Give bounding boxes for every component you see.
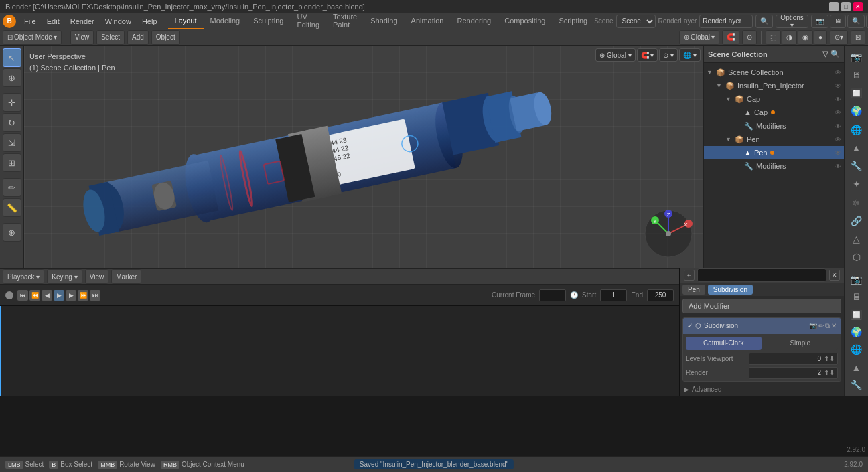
render-props-icon[interactable]: 📷 — [847, 48, 866, 65]
transform-selector[interactable]: ⊕ Global ▾ — [679, 30, 719, 45]
snap-button[interactable]: 🧲 — [722, 30, 739, 45]
output-props-icon[interactable]: 🖥 — [847, 66, 866, 83]
move-tool[interactable]: ✛ — [3, 93, 21, 112]
viewport[interactable]: 60 44 28 60 44 22 70 46 22 78 80 — [24, 46, 703, 268]
visibility-icon[interactable]: 👁 — [835, 96, 841, 103]
vp-camera-icon[interactable]: 📷 — [811, 15, 828, 28]
mod-duplicate-icon[interactable]: ⧉ — [825, 322, 830, 330]
viewport-overlay-btn[interactable]: ⊙ ▾ — [659, 48, 678, 62]
modifier-panel-close-btn[interactable]: ✕ — [829, 270, 840, 281]
menu-render[interactable]: Render — [65, 13, 100, 29]
bp-output-icon[interactable]: 🖥 — [847, 289, 866, 305]
viewport-transform-btn[interactable]: ⊕ Global ▾ — [595, 48, 635, 62]
annotate-tool[interactable]: ✏ — [3, 178, 21, 197]
timeline-ruler[interactable]: 1 10 20 30 40 50 60 70 80 90 100 110 120… — [0, 306, 679, 396]
end-frame-input[interactable] — [647, 289, 674, 301]
tree-pen-obj[interactable]: ▲ Pen 👁 — [704, 146, 844, 159]
world-props-icon[interactable]: 🌐 — [847, 121, 866, 138]
proportional-button[interactable]: ⊙ — [742, 30, 757, 45]
tree-pen-modifiers[interactable]: 🔧 Modifiers 👁 — [704, 159, 844, 173]
tree-pen-group[interactable]: ▼ 📦 Pen 👁 — [704, 133, 844, 146]
view-menu-tl[interactable]: View — [85, 269, 109, 284]
tab-pen-mod[interactable]: Pen — [682, 285, 705, 295]
visibility-icon[interactable]: 👁 — [835, 136, 841, 143]
next-frame-btn[interactable]: ▶ — [66, 290, 76, 301]
visibility-icon[interactable]: 👁 — [835, 109, 841, 116]
transform-tool[interactable]: ⊞ — [3, 153, 21, 172]
tab-subdivision-mod[interactable]: Subdivision — [708, 285, 753, 295]
add-menu[interactable]: Add — [127, 30, 149, 45]
jump-start-btn[interactable]: ⏮ — [17, 290, 28, 301]
tab-compositing[interactable]: Compositing — [498, 13, 552, 29]
levels-viewport-value[interactable]: 0 ⬆⬇ — [749, 353, 838, 365]
constraints-icon[interactable]: 🔗 — [847, 212, 866, 229]
current-frame-input[interactable]: 1 — [539, 289, 566, 301]
tab-texture-paint[interactable]: Texture Paint — [326, 13, 364, 29]
select-menu[interactable]: Select — [96, 30, 125, 45]
add-modifier-btn[interactable]: Add Modifier — [682, 299, 841, 313]
prev-frame-btn[interactable]: ◀ — [42, 290, 52, 301]
render-value[interactable]: 2 ⬆⬇ — [749, 367, 838, 379]
bp-view-icon[interactable]: 🔲 — [847, 307, 866, 323]
maximize-button[interactable]: □ — [841, 2, 851, 11]
bp-world-icon[interactable]: 🌐 — [847, 341, 866, 358]
scale-tool[interactable]: ⇲ — [3, 133, 21, 152]
wireframe-btn[interactable]: ⬚ — [766, 30, 781, 45]
play-btn[interactable]: ▶ — [54, 290, 64, 301]
tree-cap-group[interactable]: ▼ 📦 Cap 👁 — [704, 92, 844, 106]
data-icon[interactable]: △ — [847, 231, 866, 248]
bp-modifier-icon[interactable]: 🔧 — [847, 377, 866, 393]
particles-icon[interactable]: ✦ — [847, 176, 866, 193]
tree-insulin-pen[interactable]: ▼ 📦 Insulin_Pen_Injector 👁 — [704, 79, 844, 92]
jump-end-btn[interactable]: ⏭ — [90, 290, 100, 301]
menu-window[interactable]: Window — [100, 13, 137, 29]
mod-camera-icon[interactable]: 📷 — [809, 322, 817, 329]
scene-props-icon[interactable]: 🌍 — [847, 103, 866, 120]
vp-render-icon[interactable]: 🖥 — [830, 15, 846, 28]
visibility-icon[interactable]: 👁 — [835, 82, 841, 90]
tab-sculpting[interactable]: Sculpting — [246, 13, 290, 29]
tab-scripting[interactable]: Scripting — [552, 13, 594, 29]
xray-btn[interactable]: ⊠ — [851, 30, 865, 45]
next-keyframe-btn[interactable]: ⏩ — [78, 290, 88, 301]
menu-help[interactable]: Help — [137, 13, 163, 29]
tab-animation[interactable]: Animation — [405, 13, 451, 29]
viewport-snap-btn[interactable]: 🧲 ▾ — [637, 48, 658, 62]
visibility-icon[interactable]: 👁 — [835, 69, 841, 76]
mod-enable-toggle[interactable]: ✓ — [687, 322, 693, 329]
simple-btn[interactable]: Simple — [763, 337, 839, 350]
mode-selector[interactable]: ⊡ Object Mode ▾ — [3, 30, 62, 45]
marker-menu[interactable]: Marker — [111, 269, 141, 284]
tab-modeling[interactable]: Modeling — [204, 13, 247, 29]
optimal-display-checkbox[interactable]: ✓ — [686, 381, 695, 382]
rendered-btn[interactable]: ● — [814, 30, 827, 45]
select-tool[interactable]: ↖ — [3, 48, 21, 67]
minimize-button[interactable]: ─ — [829, 2, 839, 11]
material-btn[interactable]: ◉ — [798, 30, 813, 45]
measure-tool[interactable]: 📏 — [3, 198, 21, 217]
material-icon[interactable]: ⬡ — [847, 249, 866, 266]
start-frame-input[interactable] — [600, 289, 627, 301]
bp-render-icon[interactable]: 📷 — [847, 271, 866, 287]
view-menu[interactable]: View — [70, 30, 94, 45]
add-tool[interactable]: ⊕ — [3, 223, 21, 242]
modifier-panel-back-btn[interactable]: ← — [684, 270, 695, 281]
search-icon[interactable]: 🔍 — [830, 50, 840, 58]
view-layer-icon[interactable]: 🔲 — [847, 85, 866, 102]
prev-keyframe-btn[interactable]: ⏪ — [29, 290, 40, 301]
filter-icon[interactable]: ▽ — [822, 50, 828, 58]
catmull-clark-btn[interactable]: Catmull-Clark — [686, 337, 762, 350]
visibility-icon[interactable]: 👁 — [835, 149, 841, 157]
tree-scene-collection[interactable]: ▼ 📦 Scene Collection 👁 — [704, 66, 844, 79]
renderlayer-input[interactable] — [699, 15, 753, 28]
keying-menu[interactable]: Keying ▾ — [47, 269, 82, 284]
top-search-button[interactable]: 🔍 — [755, 15, 773, 28]
mod-edit-icon[interactable]: ✏ — [818, 322, 824, 329]
modifier-props-icon[interactable]: 🔧 — [847, 158, 866, 175]
visibility-icon[interactable]: 👁 — [835, 123, 841, 130]
playback-menu[interactable]: Playback ▾ — [3, 269, 44, 284]
tree-cap-modifiers[interactable]: 🔧 Modifiers 👁 — [704, 119, 844, 133]
object-props-icon[interactable]: ▲ — [847, 139, 866, 156]
bp-object-icon[interactable]: ▲ — [847, 359, 866, 375]
overlay-btn[interactable]: ⊙▾ — [830, 30, 848, 45]
